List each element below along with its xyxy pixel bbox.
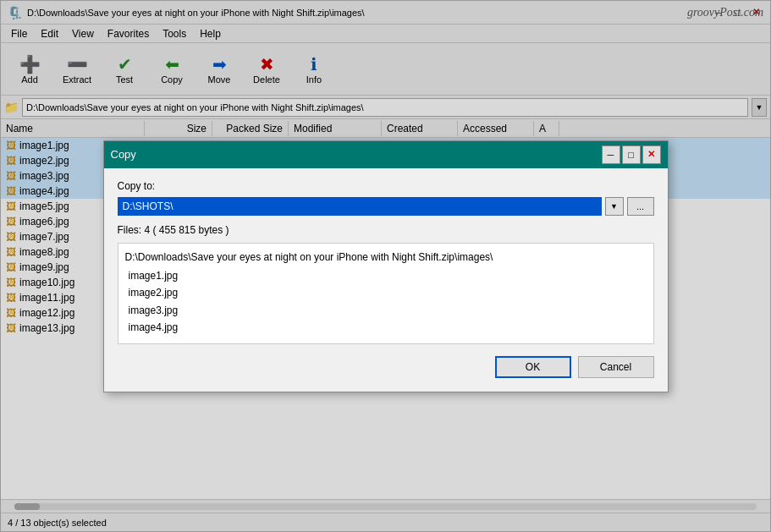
modal-overlay: Copy ─ □ ✕ Copy to: ▼ ... Files: 4 ( 455… xyxy=(1,1,770,531)
dialog-close-button[interactable]: ✕ xyxy=(642,145,661,164)
copy-to-label: Copy to: xyxy=(118,180,654,192)
path-dropdown-button[interactable]: ▼ xyxy=(605,197,624,216)
list-item: image4.jpg xyxy=(125,319,647,336)
dialog-title-bar: Copy ─ □ ✕ xyxy=(104,141,668,168)
file-list-path: D:\Downloads\Save your eyes at night on … xyxy=(125,249,647,266)
dialog-title: Copy xyxy=(111,148,136,161)
copy-path-input[interactable] xyxy=(118,197,602,216)
dialog-maximize-button[interactable]: □ xyxy=(622,145,641,164)
list-item: image2.jpg xyxy=(125,284,647,301)
list-item: image1.jpg xyxy=(125,267,647,284)
app-window: 🗜️ D:\Downloads\Save your eyes at night … xyxy=(0,0,771,532)
file-list: D:\Downloads\Save your eyes at night on … xyxy=(118,243,654,344)
list-item: image3.jpg xyxy=(125,302,647,319)
dialog-content: Copy to: ▼ ... Files: 4 ( 455 815 bytes … xyxy=(104,168,668,392)
dialog-minimize-button[interactable]: ─ xyxy=(602,145,620,164)
path-browse-button[interactable]: ... xyxy=(627,197,654,216)
copy-dialog: Copy ─ □ ✕ Copy to: ▼ ... Files: 4 ( 455… xyxy=(103,140,669,392)
path-row: ▼ ... xyxy=(118,197,654,216)
cancel-button[interactable]: Cancel xyxy=(578,356,654,378)
dialog-buttons: OK Cancel xyxy=(118,356,654,381)
files-info: Files: 4 ( 455 815 bytes ) xyxy=(118,224,654,236)
dialog-title-controls: ─ □ ✕ xyxy=(602,145,661,164)
ok-button[interactable]: OK xyxy=(495,356,571,378)
